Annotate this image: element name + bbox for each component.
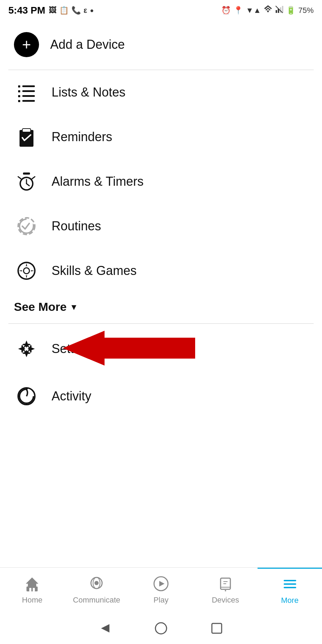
routines-item[interactable]: Routines <box>0 204 322 248</box>
lists-notes-label: Lists & Notes <box>52 85 125 100</box>
svg-point-58 <box>155 623 167 634</box>
devices-icon <box>218 576 233 593</box>
svg-rect-54 <box>284 580 296 581</box>
bottom-nav: Home Communicate Play <box>0 567 322 613</box>
svg-rect-16 <box>23 172 30 175</box>
nav-communicate-label: Communicate <box>73 596 120 605</box>
nav-communicate[interactable]: Communicate <box>64 568 129 613</box>
svg-rect-42 <box>33 588 35 591</box>
status-icons-left: 🖼 📋 📞 ε ● <box>49 6 94 15</box>
skills-games-label: Skills & Games <box>52 263 137 278</box>
nav-more-label: More <box>281 596 299 605</box>
home-icon <box>24 576 40 593</box>
svg-marker-57 <box>101 624 109 632</box>
list-icon <box>14 80 39 105</box>
add-device-row[interactable]: + Add a Device <box>0 20 322 70</box>
lists-notes-item[interactable]: Lists & Notes <box>0 70 322 115</box>
svg-point-49 <box>225 590 226 591</box>
reminders-label: Reminders <box>52 130 112 144</box>
edge-icon: ε <box>84 6 87 15</box>
svg-marker-47 <box>159 581 164 586</box>
back-button[interactable] <box>98 621 112 635</box>
skills-games-item[interactable]: Skills & Games <box>0 248 322 293</box>
add-device-label: Add a Device <box>50 37 125 52</box>
alarms-timers-item[interactable]: Alarms & Timers <box>0 159 322 204</box>
svg-rect-5 <box>18 85 20 87</box>
svg-point-28 <box>24 268 29 273</box>
communicate-icon <box>89 576 104 593</box>
add-device-icon: + <box>14 32 39 57</box>
svg-rect-59 <box>212 623 222 633</box>
battery-percent: 75% <box>298 6 314 15</box>
nav-devices-label: Devices <box>212 596 239 605</box>
nav-devices[interactable]: Devices <box>193 568 258 613</box>
location-icon: 📍 <box>233 6 243 15</box>
system-nav-bar <box>0 613 322 644</box>
settings-row[interactable]: Settings <box>0 324 322 374</box>
wifi-icon: ▼▲ <box>246 6 261 15</box>
see-more-label: See More <box>14 300 67 314</box>
routines-label: Routines <box>52 219 101 233</box>
gallery-icon: 🖼 <box>49 6 56 15</box>
reminders-item[interactable]: Reminders <box>0 115 322 159</box>
status-time: 5:43 PM <box>8 5 45 16</box>
routines-icon <box>14 214 39 239</box>
svg-marker-35 <box>63 331 195 366</box>
chevron-down-icon: ▾ <box>71 301 76 313</box>
signal-icon <box>275 5 283 16</box>
svg-rect-56 <box>284 587 296 588</box>
svg-rect-10 <box>22 95 35 97</box>
activity-label: Activity <box>52 389 91 404</box>
main-content: + Add a Device Lists & Notes <box>0 20 322 567</box>
svg-rect-6 <box>22 85 35 87</box>
alarms-timers-label: Alarms & Timers <box>52 174 144 189</box>
nav-play[interactable]: Play <box>129 568 193 613</box>
svg-rect-39 <box>28 584 36 587</box>
more-icon <box>282 576 298 594</box>
nav-more[interactable]: More <box>258 568 322 613</box>
svg-rect-7 <box>18 90 20 92</box>
recents-button[interactable] <box>210 621 224 635</box>
svg-rect-14 <box>22 129 31 132</box>
alarm-icon: ⏰ <box>221 6 231 15</box>
svg-marker-40 <box>26 577 38 584</box>
skills-icon <box>14 258 39 283</box>
wifi-full-icon <box>264 5 272 16</box>
doc-icon: 📋 <box>59 6 69 15</box>
settings-icon <box>14 336 39 361</box>
alarm-icon <box>14 169 39 194</box>
svg-rect-0 <box>276 10 277 13</box>
svg-point-44 <box>94 581 99 585</box>
phone-icon: 📞 <box>71 6 81 15</box>
svg-line-22 <box>32 177 35 179</box>
dot-icon: ● <box>90 7 94 14</box>
svg-rect-3 <box>282 6 283 13</box>
battery-icon: 🔋 <box>286 6 296 15</box>
status-bar: 5:43 PM 🖼 📋 📞 ε ● ⏰ 📍 ▼▲ 🔋 75% <box>0 0 322 20</box>
svg-line-21 <box>18 177 21 179</box>
svg-rect-41 <box>29 588 31 591</box>
play-icon <box>153 576 169 593</box>
activity-icon <box>14 384 39 409</box>
svg-rect-12 <box>22 100 35 102</box>
home-button[interactable] <box>154 621 168 635</box>
svg-rect-38 <box>26 586 38 591</box>
svg-rect-11 <box>18 100 20 102</box>
status-right: ⏰ 📍 ▼▲ 🔋 75% <box>221 5 314 16</box>
svg-rect-55 <box>284 583 296 585</box>
svg-rect-8 <box>22 90 35 92</box>
svg-rect-9 <box>18 95 20 97</box>
nav-home-label: Home <box>22 596 43 605</box>
settings-arrow <box>63 331 195 367</box>
nav-play-label: Play <box>154 596 169 605</box>
see-more-row[interactable]: See More ▾ <box>0 293 322 323</box>
activity-item[interactable]: Activity <box>0 374 322 419</box>
nav-home[interactable]: Home <box>0 568 64 613</box>
clipboard-icon <box>14 124 39 150</box>
